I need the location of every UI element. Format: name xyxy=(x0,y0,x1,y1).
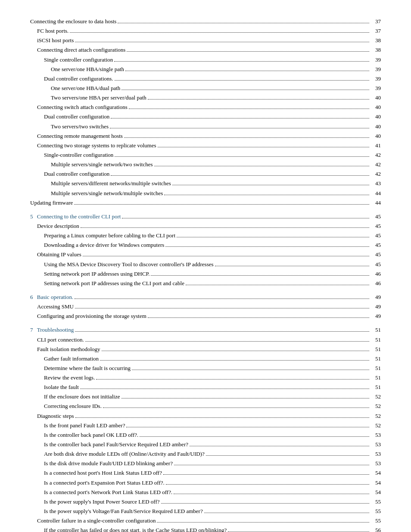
toc-dots xyxy=(75,308,369,308)
toc-entry: Is the controller back panel OK LED off?… xyxy=(44,431,381,439)
toc-label: Device description xyxy=(37,222,79,230)
toc-label: FC host ports. xyxy=(37,27,68,35)
toc-page: 45 xyxy=(371,212,381,221)
toc-dots xyxy=(70,32,369,33)
toc-container: Connecting the enclosure to data hosts37… xyxy=(30,17,381,532)
toc-dots xyxy=(124,137,369,138)
toc-page: 49 xyxy=(371,302,381,311)
toc-label: Is a connected port's Expansion Port Sta… xyxy=(44,479,165,487)
toc-label: Dual controller configurations. xyxy=(44,75,113,83)
toc-label: Is a connected host port's Host Link Sta… xyxy=(44,469,162,477)
toc-entry: Is the power supply's Voltage/Fan Fault/… xyxy=(44,507,381,516)
toc-label: Connecting switch attach configurations xyxy=(37,103,128,112)
toc-entry: Connecting the enclosure to data hosts37 xyxy=(30,17,381,26)
toc-entry: Two servers/one HBA per server/dual path… xyxy=(51,93,381,102)
toc-dots xyxy=(111,175,369,176)
toc-page: 38 xyxy=(371,36,381,45)
toc-dots xyxy=(132,370,369,370)
toc-page: 51 xyxy=(371,345,381,354)
toc-entry: One server/one HBA/dual path39 xyxy=(51,84,381,93)
toc-label: Gather fault information xyxy=(44,355,99,363)
toc-page: 45 xyxy=(371,222,381,230)
toc-page: 39 xyxy=(371,84,381,93)
toc-page: 44 xyxy=(371,189,381,198)
toc-dots xyxy=(129,109,369,109)
toc-label: If the controller has failed or does not… xyxy=(44,526,227,532)
toc-entry: Is a connected host port's Host Link Sta… xyxy=(44,469,381,477)
toc-page: 51 xyxy=(371,336,381,344)
toc-label: Are both disk drive module LEDs off (Onl… xyxy=(44,450,205,458)
toc-label: iSCSI host ports xyxy=(37,36,74,45)
toc-page: 42 xyxy=(371,151,381,159)
toc-page: 40 xyxy=(371,122,381,131)
toc-entry: Is the front panel Fault LED amber?52 xyxy=(44,421,381,430)
toc-page: 45 xyxy=(371,260,381,269)
toc-label: Connecting two storage systems to replic… xyxy=(37,141,156,150)
toc-page: 54 xyxy=(371,488,381,497)
toc-page: 53 xyxy=(371,431,381,439)
toc-page: 53 xyxy=(371,450,381,458)
toc-label: Is a connected port's Network Port Link … xyxy=(44,488,172,497)
toc-page: 51 xyxy=(371,326,381,334)
toc-dots xyxy=(174,494,369,494)
toc-entry: Is the power supply's Input Power Source… xyxy=(44,498,381,506)
toc-page: 52 xyxy=(371,412,381,420)
toc-entry: Accessing SMU49 xyxy=(37,302,381,311)
toc-dots xyxy=(177,237,369,237)
toc-dots xyxy=(206,455,369,456)
toc-entry: Are both disk drive module LEDs off (Onl… xyxy=(44,450,381,458)
toc-label: Setting network port IP addresses using … xyxy=(44,279,184,288)
section-number: 6 xyxy=(30,294,34,300)
toc-label: Two servers/one HBA per server/dual path xyxy=(51,93,146,102)
toc-page: 45 xyxy=(371,231,381,240)
toc-page: 37 xyxy=(371,17,381,26)
toc-entry: Multiple servers/single network/multiple… xyxy=(51,189,381,198)
toc-entry: Review the event logs.51 xyxy=(44,373,381,382)
toc-dots xyxy=(140,436,369,437)
toc-label: Accessing SMU xyxy=(37,302,74,311)
toc-dots xyxy=(75,299,369,299)
toc-label: Single-controller configuration xyxy=(44,151,113,159)
toc-label: Controller failure in a single-controlle… xyxy=(37,516,156,525)
toc-dots xyxy=(122,218,369,218)
section-title: Basic operation. xyxy=(37,294,73,300)
toc-dots xyxy=(75,331,369,332)
toc-dots xyxy=(158,147,369,147)
toc-label: Using the MSA Device Discovery Tool to d… xyxy=(44,260,214,269)
toc-dots xyxy=(127,51,369,52)
toc-entry: Diagnostic steps52 xyxy=(37,412,381,420)
toc-page: 51 xyxy=(371,383,381,392)
toc-label: Is the controller back panel Fault/Servi… xyxy=(44,440,188,449)
toc-dots xyxy=(121,398,369,398)
toc-entry: Two servers/two switches40 xyxy=(51,122,381,131)
toc-dots xyxy=(96,379,369,380)
toc-dots xyxy=(74,204,369,205)
section-title: Connecting to the controller CLI port xyxy=(37,213,121,220)
toc-label: Connecting direct attach configurations xyxy=(37,46,125,54)
toc-page: 55 xyxy=(371,498,381,506)
toc-entry: Connecting remote management hosts40 xyxy=(37,132,381,140)
toc-page: 52 xyxy=(371,421,381,430)
toc-dots xyxy=(161,503,369,504)
toc-entry: Determine where the fault is occurring51 xyxy=(44,364,381,373)
section-number: 5 xyxy=(30,213,34,220)
toc-entry: Dual controller configuration40 xyxy=(44,112,381,121)
toc-label: Connecting the enclosure to data hosts xyxy=(30,17,116,26)
toc-label: Updating firmware xyxy=(30,199,73,207)
toc-entry: Single-controller configuration42 xyxy=(44,151,381,159)
toc-page: 49 xyxy=(371,312,381,320)
toc-page: 42 xyxy=(371,170,381,178)
toc-entry: Updating firmware44 xyxy=(30,199,381,207)
toc-label: 6 Basic operation. xyxy=(30,293,73,302)
toc-entry: Downloading a device driver for Windows … xyxy=(44,241,381,249)
toc-page: 45 xyxy=(371,241,381,249)
toc-entry: Gather fault information51 xyxy=(44,355,381,363)
toc-page: 46 xyxy=(371,270,381,278)
toc-entry: iSCSI host ports38 xyxy=(37,36,381,45)
toc-page: 40 xyxy=(371,93,381,102)
toc-label: Single controller configuration xyxy=(44,56,113,64)
toc-entry: If the controller has failed or does not… xyxy=(44,526,381,532)
toc-dots xyxy=(85,341,369,342)
toc-entry: Is the disk drive module Fault/UID LED b… xyxy=(44,459,381,468)
toc-label: Multiple servers/different networks/mult… xyxy=(51,179,171,188)
